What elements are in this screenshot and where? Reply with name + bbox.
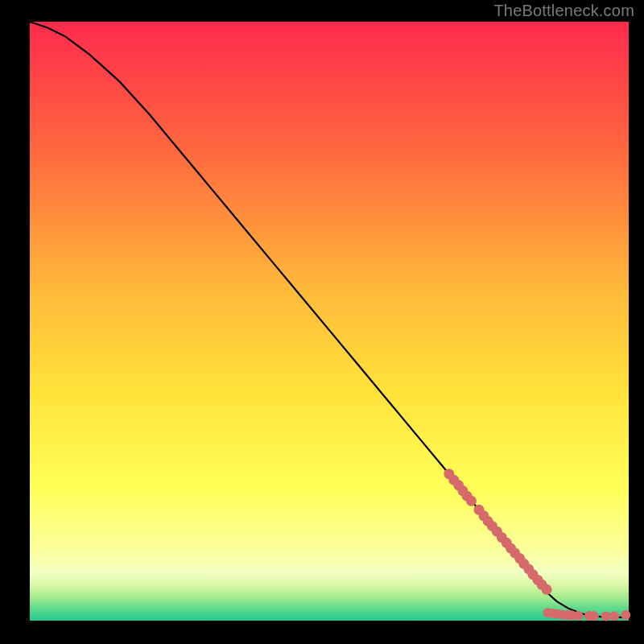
data-dot (466, 496, 477, 506)
data-dot (542, 584, 552, 595)
watermark-text: TheBottleneck.com (493, 2, 634, 20)
chart-svg (0, 0, 644, 644)
data-dot (589, 611, 599, 621)
data-dot (621, 610, 630, 620)
plot-background (30, 22, 629, 621)
data-dot (609, 611, 619, 621)
data-dot (574, 611, 584, 621)
data-dot (601, 611, 611, 621)
chart-stage: { "watermark": "TheBottleneck.com", "col… (0, 0, 644, 644)
